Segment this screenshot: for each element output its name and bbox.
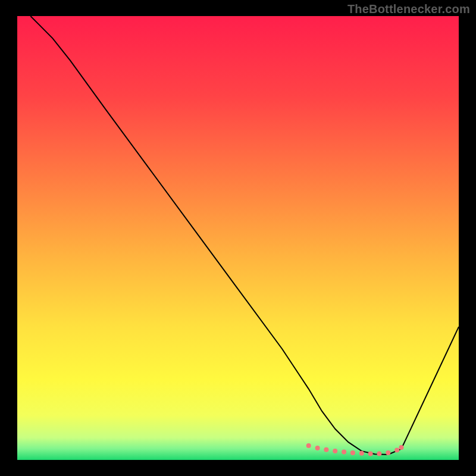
watermark-text: TheBottlenecker.com [347, 2, 470, 16]
marker-point [324, 447, 328, 452]
marker-point [359, 451, 364, 456]
marker-point [386, 450, 390, 455]
marker-point [394, 448, 399, 453]
marker-point [399, 445, 404, 450]
marker-point [350, 450, 355, 455]
marker-point [315, 446, 320, 450]
marker-point [368, 452, 373, 456]
marker-point [333, 449, 337, 453]
marker-point [306, 443, 311, 448]
gradient-background [17, 16, 459, 460]
marker-point [377, 452, 381, 456]
plot-frame [17, 16, 459, 460]
chart-canvas: TheBottlenecker.com [0, 0, 476, 476]
plot-svg [17, 16, 459, 460]
marker-point [342, 450, 346, 455]
